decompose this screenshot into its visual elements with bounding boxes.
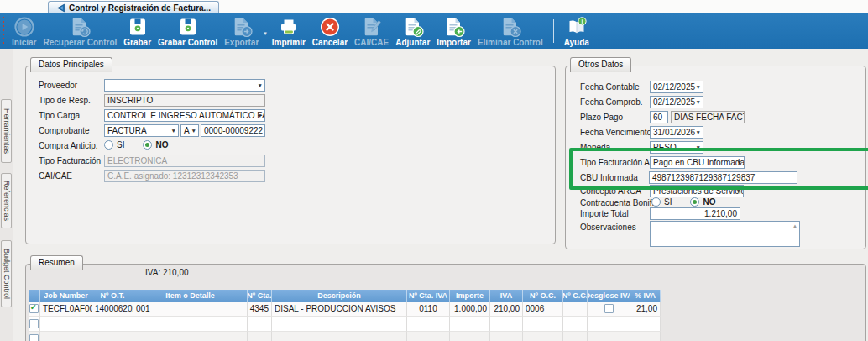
- importe-total-label: Importe Total: [580, 207, 629, 220]
- chevron-down-icon: ▼: [696, 129, 701, 136]
- fecha-comprob-label: Fecha Comprob.: [580, 96, 642, 108]
- tipo-facturacion-a-select[interactable]: Pago en CBU Informada ▼: [650, 156, 745, 169]
- comprobante-letra-select[interactable]: A ▼: [180, 124, 199, 137]
- exportar-dropdown-arrow-icon[interactable]: ▾: [264, 25, 267, 37]
- grabar-control-button[interactable]: Grabar Control: [154, 13, 221, 49]
- tipo-facturacion-field: ELECTRONICA: [104, 155, 265, 167]
- concepto-arca-select[interactable]: Prestaciones de Servicios ▼: [650, 185, 744, 197]
- iva-summary: IVA: 210,00: [145, 268, 189, 277]
- eliminar-control-button[interactable]: Eliminar Control: [474, 13, 546, 49]
- contracuenta-no-radio[interactable]: [690, 197, 699, 207]
- proveedor-select[interactable]: ▼: [104, 79, 265, 92]
- comprobante-tipo-select[interactable]: FACTURA ▼: [104, 124, 179, 137]
- tipo-resp-field: INSCRIPTO: [104, 94, 265, 107]
- fecha-vencimiento-select[interactable]: 31/01/2026 ▼: [650, 126, 703, 139]
- cancelar-button[interactable]: Cancelar: [309, 13, 351, 49]
- moneda-select[interactable]: PESO ▼: [650, 141, 703, 154]
- iniciar-button[interactable]: Iniciar: [8, 13, 39, 49]
- tipo-carga-label: Tipo Carga: [39, 109, 80, 122]
- grabar-button[interactable]: Grabar: [120, 13, 154, 49]
- floppy-icon: [177, 15, 199, 38]
- sidebar-tab-referencias[interactable]: Referencias: [1, 173, 12, 228]
- fecha-comprob-select[interactable]: 02/12/2025 ▼: [650, 96, 703, 108]
- help-book-icon: i: [566, 15, 588, 38]
- doc-attach-icon: [402, 15, 424, 38]
- scroll-up-icon[interactable]: ▲: [792, 223, 797, 228]
- cbu-informada-label: CBU Informada: [580, 171, 638, 184]
- row-select-checkbox[interactable]: [29, 319, 39, 328]
- observaciones-label: Observaciones: [580, 221, 636, 233]
- tipo-carga-select[interactable]: CONTROL E INGRESO AUTOMÁTICO FACTURAS DE…: [104, 109, 265, 122]
- proveedor-label: Proveedor: [39, 79, 77, 92]
- chevron-down-icon: ▼: [191, 128, 196, 134]
- app-icon: [56, 3, 65, 13]
- importe-total-input[interactable]: 1.210,00: [650, 207, 740, 220]
- table-row: [29, 332, 661, 341]
- recuperar-control-button[interactable]: Recuperar Control: [39, 13, 120, 49]
- row-select-checkbox[interactable]: [29, 304, 39, 313]
- contracuenta-si-label: SI: [664, 197, 672, 207]
- contracuenta-si-radio[interactable]: [651, 197, 661, 207]
- doc-export-icon: [231, 15, 253, 38]
- resumen-panel: IVA: 210,00 Job Number Nº O.T. Item o De…: [25, 264, 866, 341]
- chevron-down-icon: ▼: [258, 113, 263, 119]
- resumen-table: Job Number Nº O.T. Item o Detalle Nº Cta…: [29, 290, 661, 341]
- cai-cae-label: CAI/CAE: [39, 170, 72, 182]
- chevron-down-icon: ▼: [696, 99, 701, 106]
- chevron-down-icon: ▼: [696, 144, 701, 151]
- cbu-informada-input[interactable]: 4987123987129387129837: [649, 171, 797, 184]
- tab-resumen[interactable]: Resumen: [30, 255, 83, 270]
- datos-principales-panel: Proveedor ▼ Tipo de Resp. INSCRIPTO Tipo…: [25, 66, 556, 244]
- window-tab[interactable]: Control y Registración de Factura...: [48, 1, 219, 13]
- doc-import-icon: [443, 15, 465, 38]
- otros-datos-panel: Fecha Contable 02/12/2025 ▼ Fecha Compro…: [565, 66, 866, 249]
- compra-anticip-si-radio[interactable]: [104, 140, 113, 150]
- chevron-down-icon: ▼: [171, 128, 176, 134]
- toolbar-gripper-icon[interactable]: [3, 17, 4, 45]
- compra-anticip-no-label: NO: [155, 140, 168, 150]
- tipo-facturacion-label: Tipo Facturación: [39, 155, 101, 167]
- doc-pencil-icon: [361, 15, 383, 38]
- importar-button[interactable]: Importar: [433, 13, 474, 49]
- comprobante-numero-input[interactable]: 0000-00009222: [201, 124, 265, 137]
- play-icon: [13, 15, 35, 38]
- cai-cae-field: C.A.E. asignado: 12312312342353: [104, 170, 265, 182]
- imprimir-button[interactable]: Imprimir: [269, 13, 309, 49]
- doc-refresh-icon: [69, 15, 91, 38]
- tab-datos-principales[interactable]: Datos Principales: [30, 57, 112, 72]
- svg-text:i: i: [581, 18, 583, 24]
- contracuenta-no-label: NO: [703, 197, 715, 207]
- plazo-pago-label: Plazo Pago: [580, 111, 623, 123]
- doc-delete-icon: [499, 15, 521, 38]
- fecha-vencimiento-label: Fecha Vencimiento: [580, 126, 651, 139]
- chevron-down-icon: ▼: [696, 84, 701, 91]
- title-bar: Control y Registración de Factura...: [0, 0, 868, 13]
- concepto-arca-label: Concepto ARCA: [580, 185, 641, 197]
- tipo-resp-label: Tipo de Resp.: [39, 94, 91, 107]
- table-row: [29, 317, 661, 332]
- compra-anticip-label: Compra Anticip.: [39, 139, 98, 152]
- chevron-down-icon: ▼: [736, 188, 741, 195]
- sidebar-tab-budget-control[interactable]: Budget Control: [1, 240, 12, 307]
- toolbar-separator: [553, 19, 554, 43]
- compra-anticip-no-radio[interactable]: [143, 140, 152, 150]
- exportar-button[interactable]: Exportar: [221, 13, 262, 49]
- fecha-contable-select[interactable]: 02/12/2025 ▼: [650, 81, 703, 93]
- row-select-checkbox[interactable]: [29, 334, 39, 341]
- cancel-icon: [319, 15, 341, 38]
- adjuntar-button[interactable]: Adjuntar: [392, 13, 433, 49]
- table-row: TECFL0AF0002 1400062022 001 4345 DISAL -…: [29, 302, 661, 317]
- observaciones-textarea[interactable]: ▲: [650, 221, 800, 247]
- chevron-down-icon: ▼: [258, 82, 263, 89]
- plazo-pago-input[interactable]: 60: [650, 111, 668, 123]
- desglose-iva-checkbox[interactable]: [604, 304, 614, 313]
- printer-icon: [278, 15, 300, 38]
- ayuda-button[interactable]: i Ayuda: [561, 13, 593, 49]
- chevron-down-icon: ▼: [737, 160, 742, 166]
- sidebar-tab-herramientas[interactable]: Herramientas: [1, 99, 12, 163]
- cai-cae-button[interactable]: CAI/CAE: [351, 13, 392, 49]
- main-toolbar: Iniciar Recuperar Control: [0, 13, 868, 49]
- window-title: Control y Registración de Factura...: [69, 3, 211, 13]
- tab-otros-datos[interactable]: Otros Datos: [570, 57, 631, 72]
- compra-anticip-si-label: SI: [117, 140, 124, 150]
